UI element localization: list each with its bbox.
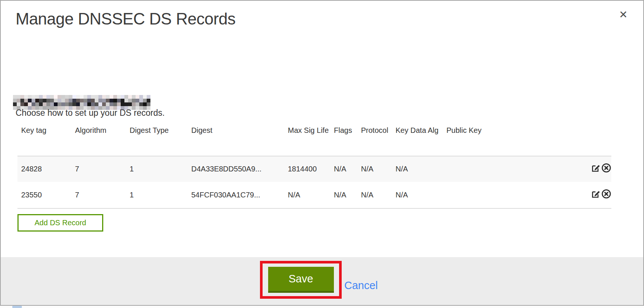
cell-protocol: N/A (357, 182, 392, 209)
column-header-actions (580, 124, 611, 156)
cell-max-sig-life: N/A (284, 182, 330, 209)
column-header-protocol: Protocol (357, 124, 392, 156)
cell-key-tag: 23550 (17, 182, 71, 209)
cell-digest-type: 1 (126, 156, 188, 182)
table-header-row: Key tag Algorithm Digest Type Digest Max… (17, 124, 611, 156)
cell-algorithm: 7 (71, 182, 126, 209)
column-header-max-sig-life: Max Sig Life (284, 124, 330, 156)
column-header-digest: Digest (188, 124, 284, 156)
dialog-footer: Save Cancel (1, 257, 643, 305)
cell-digest: D4A33E8DD550A9... (188, 156, 284, 182)
column-header-key-tag: Key tag (17, 124, 71, 156)
save-button[interactable]: Save (268, 267, 334, 293)
delete-icon[interactable] (601, 189, 611, 201)
cell-flags: N/A (330, 182, 357, 209)
cell-algorithm: 7 (71, 156, 126, 182)
cell-protocol: N/A (357, 156, 392, 182)
redacted-domain (13, 95, 150, 110)
cell-key-data-alg: N/A (392, 156, 443, 182)
edit-icon[interactable] (591, 189, 601, 201)
cell-key-data-alg: N/A (392, 182, 443, 209)
cell-public-key (443, 156, 580, 182)
add-ds-record-button[interactable]: Add DS Record (17, 214, 103, 232)
column-header-algorithm: Algorithm (71, 124, 126, 156)
cell-digest: 54FCF030AA1C79... (188, 182, 284, 209)
instruction-text: Choose how to set up your DS records. (16, 108, 165, 118)
table-row: 23550 7 1 54FCF030AA1C79... N/A N/A N/A … (17, 182, 611, 209)
edit-icon[interactable] (591, 163, 601, 175)
column-header-flags: Flags (330, 124, 357, 156)
cell-public-key (443, 182, 580, 209)
cell-flags: N/A (330, 156, 357, 182)
column-header-digest-type: Digest Type (126, 124, 188, 156)
cancel-link[interactable]: Cancel (344, 279, 378, 292)
underlying-page-artifact (12, 306, 22, 308)
column-header-key-data-alg: Key Data Alg (392, 124, 443, 156)
close-icon[interactable]: ✕ (619, 10, 628, 20)
table-row: 24828 7 1 D4A33E8DD550A9... 1814400 N/A … (17, 156, 611, 182)
delete-icon[interactable] (601, 163, 611, 175)
column-header-public-key: Public Key (443, 124, 580, 156)
cell-key-tag: 24828 (17, 156, 71, 182)
manage-dnssec-dialog: Manage DNSSEC DS Records ✕ Choose how to… (0, 0, 644, 306)
save-annotation-highlight: Save (260, 261, 342, 299)
cell-max-sig-life: 1814400 (284, 156, 330, 182)
page-title: Manage DNSSEC DS Records (16, 10, 235, 28)
ds-records-table: Key tag Algorithm Digest Type Digest Max… (17, 124, 611, 209)
cell-digest-type: 1 (126, 182, 188, 209)
